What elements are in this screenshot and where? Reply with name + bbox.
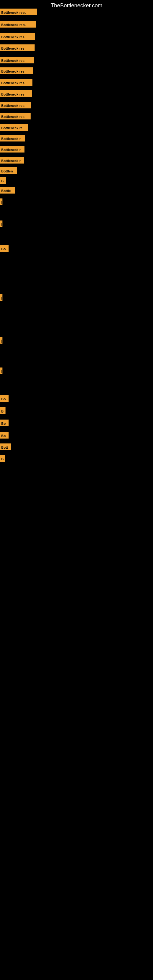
bottleneck-item: Bott <box>0 444 11 450</box>
bottleneck-item: B <box>0 177 6 184</box>
bottleneck-item: | <box>0 337 2 344</box>
bottleneck-item: Bottleneck r <box>0 146 24 153</box>
bottleneck-item: B <box>0 407 5 414</box>
bottleneck-item: Bottleneck r <box>0 135 25 142</box>
bottleneck-item: Bottleneck res <box>0 102 31 108</box>
bottleneck-item: Bottleneck resu <box>0 21 36 27</box>
bottleneck-item: B <box>0 455 5 462</box>
bottleneck-item: Bottle <box>0 187 15 194</box>
bottleneck-item: Bottleneck res <box>0 45 35 51</box>
bottleneck-item: Bottleneck resu <box>0 9 37 15</box>
bottleneck-item: | <box>0 294 2 301</box>
bottleneck-item: | <box>0 368 2 374</box>
bottleneck-item: Bo <box>0 245 9 252</box>
bottleneck-item: | <box>0 199 2 205</box>
bottleneck-item: | <box>0 221 2 227</box>
bottleneck-item: Bottleneck res <box>0 67 33 74</box>
bottleneck-item: Bo <box>0 420 9 426</box>
bottleneck-item: Bottleneck res <box>0 90 32 97</box>
bottleneck-item: Bottleneck r <box>0 157 24 164</box>
bottleneck-item: Bottlen <box>0 167 17 174</box>
bottleneck-item: Bottleneck res <box>0 57 33 64</box>
bottleneck-item: Bottleneck re <box>0 124 28 131</box>
bottleneck-item: Bo <box>0 395 9 402</box>
bottleneck-item: Bottleneck res <box>0 33 35 40</box>
bottleneck-item: Bottleneck res <box>0 113 30 119</box>
bottleneck-item: Bottleneck res <box>0 79 32 86</box>
bottleneck-item: Bo <box>0 432 9 439</box>
